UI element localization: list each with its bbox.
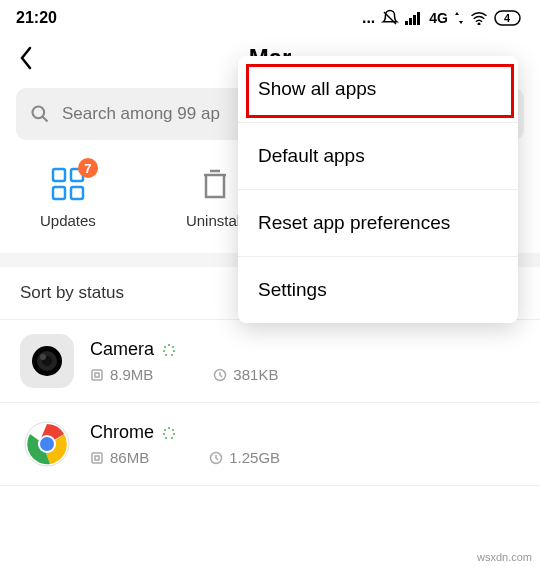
sort-label: Sort by status (20, 283, 124, 302)
svg-point-33 (173, 433, 175, 435)
status-right: ... 4G 4 (362, 9, 524, 27)
svg-rect-1 (405, 21, 408, 25)
svg-point-32 (172, 429, 174, 431)
overflow-menu: Show all apps Default apps Reset app pre… (238, 56, 518, 323)
updates-label: Updates (40, 212, 96, 229)
svg-point-20 (173, 350, 175, 352)
menu-reset-preferences[interactable]: Reset app preferences (238, 190, 518, 257)
uninstall-button[interactable]: Uninstall (186, 164, 244, 229)
app-info: Camera 8.9MB (90, 339, 520, 383)
svg-text:4: 4 (504, 12, 511, 24)
menu-default-apps[interactable]: Default apps (238, 123, 518, 190)
svg-point-36 (163, 433, 165, 435)
svg-point-23 (163, 350, 165, 352)
updates-icon: 7 (48, 164, 88, 204)
app-row-camera[interactable]: Camera 8.9MB (0, 320, 540, 403)
svg-line-9 (43, 117, 48, 122)
svg-point-17 (40, 354, 46, 360)
svg-point-31 (168, 427, 170, 429)
chrome-app-icon (20, 417, 74, 471)
trash-icon (195, 164, 235, 204)
battery-icon: 4 (494, 10, 524, 26)
svg-rect-12 (53, 187, 65, 199)
app-row-chrome[interactable]: Chrome 86MB (0, 403, 540, 486)
svg-point-30 (40, 437, 54, 451)
status-dots-icon: ... (362, 9, 375, 27)
apk-icon (90, 451, 104, 465)
wifi-icon (470, 11, 488, 25)
svg-rect-26 (95, 373, 99, 377)
mute-icon (381, 9, 399, 27)
svg-rect-13 (71, 187, 83, 199)
status-time: 21:20 (16, 9, 57, 27)
menu-settings[interactable]: Settings (238, 257, 518, 323)
svg-point-35 (165, 437, 167, 439)
signal-icon (405, 11, 423, 25)
search-icon (30, 104, 50, 124)
data-arrows-icon (454, 11, 464, 25)
network-label: 4G (429, 10, 448, 26)
svg-point-18 (168, 344, 170, 346)
svg-point-5 (478, 23, 480, 25)
svg-rect-39 (95, 456, 99, 460)
svg-rect-10 (53, 169, 65, 181)
svg-point-34 (171, 437, 173, 439)
svg-rect-25 (92, 370, 102, 380)
updates-badge: 7 (78, 158, 98, 178)
apk-size: 86MB (110, 449, 149, 466)
svg-rect-3 (413, 15, 416, 25)
storage-size: 1.25GB (229, 449, 280, 466)
svg-point-21 (171, 354, 173, 356)
status-bar: 21:20 ... 4G 4 (0, 0, 540, 36)
storage-icon (213, 368, 227, 382)
svg-rect-38 (92, 453, 102, 463)
watermark: wsxdn.com (477, 551, 532, 563)
svg-point-8 (33, 107, 45, 119)
app-name: Camera (90, 339, 154, 360)
app-name: Chrome (90, 422, 154, 443)
apk-icon (90, 368, 104, 382)
uninstall-label: Uninstall (186, 212, 244, 229)
loading-icon (162, 426, 176, 440)
apk-size: 8.9MB (110, 366, 153, 383)
svg-point-37 (164, 429, 166, 431)
svg-rect-4 (417, 12, 420, 25)
storage-size: 381KB (233, 366, 278, 383)
updates-button[interactable]: 7 Updates (40, 164, 96, 229)
svg-point-22 (165, 354, 167, 356)
svg-point-19 (172, 346, 174, 348)
app-info: Chrome 86MB (90, 422, 520, 466)
camera-app-icon (20, 334, 74, 388)
svg-rect-2 (409, 18, 412, 25)
svg-point-24 (164, 346, 166, 348)
menu-show-all-apps[interactable]: Show all apps (238, 56, 518, 123)
storage-icon (209, 451, 223, 465)
loading-icon (162, 343, 176, 357)
